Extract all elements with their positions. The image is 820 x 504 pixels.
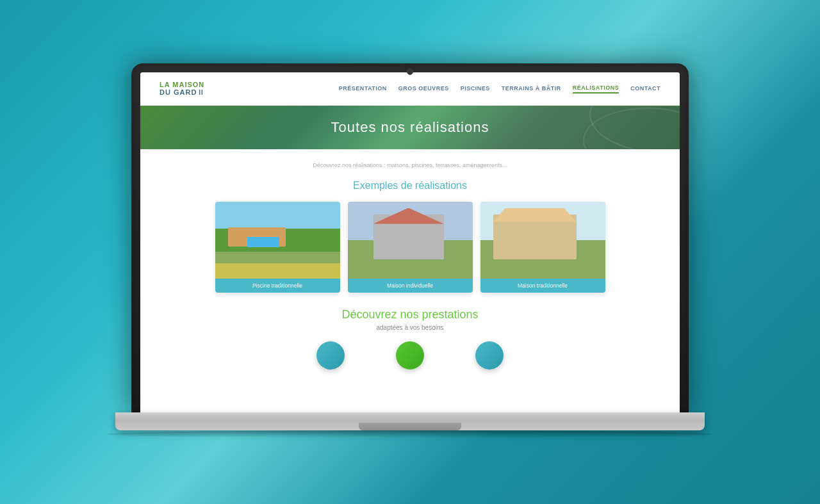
- prestations-title: Découvrez nos prestations: [166, 308, 654, 321]
- hero-banner: Toutes nos réalisations: [140, 106, 680, 149]
- screen-bezel: LA MAISON DU GARD II PRÉSENTATION GROS O…: [131, 63, 689, 412]
- circle-btn-3[interactable]: [475, 341, 504, 370]
- nav-gros-oeuvres[interactable]: GROS OEUVRES: [398, 84, 449, 93]
- nav-realisations[interactable]: RÉALISATIONS: [573, 83, 619, 93]
- laptop-mockup: LA MAISON DU GARD II PRÉSENTATION GROS O…: [131, 63, 689, 441]
- gallery-img-pool: [215, 202, 340, 279]
- circle-btn-1[interactable]: [316, 341, 345, 370]
- site-logo[interactable]: LA MAISON DU GARD II: [160, 81, 204, 96]
- laptop-shadow: [106, 430, 714, 438]
- circles-row: [166, 341, 654, 370]
- gallery-item-house1[interactable]: Maison individuelle: [348, 202, 473, 293]
- gallery-title: Exemples de réalisations: [166, 180, 654, 191]
- logo-line2: DU GARD II: [160, 88, 204, 96]
- main-content: Découvrez nos réalisations : maisons, pi…: [140, 149, 680, 412]
- site-nav: PRÉSENTATION GROS OEUVRES PISCINES TERRA…: [339, 83, 660, 93]
- gallery-img-house1: [348, 202, 473, 279]
- nav-piscines[interactable]: PISCINES: [461, 84, 490, 93]
- site-header: LA MAISON DU GARD II PRÉSENTATION GROS O…: [140, 72, 680, 106]
- gallery-img-house2: [480, 202, 605, 279]
- prestations-subtitle: adaptées à vos besoins: [166, 324, 654, 331]
- gallery: Piscine traditionnelle Maison individuel…: [166, 202, 654, 293]
- hero-title: Toutes nos réalisations: [331, 119, 489, 136]
- logo-line1: LA MAISON: [160, 81, 204, 88]
- gallery-item-house2[interactable]: Maison traditionnelle: [480, 202, 605, 293]
- logo-mark: II: [199, 89, 204, 96]
- gallery-caption-house2: Maison traditionnelle: [480, 279, 605, 293]
- laptop-base: [115, 412, 705, 430]
- gallery-item-pool[interactable]: Piscine traditionnelle: [215, 202, 340, 293]
- nav-terrains[interactable]: TERRAINS À BÂTIR: [502, 84, 561, 93]
- screen-content: LA MAISON DU GARD II PRÉSENTATION GROS O…: [140, 72, 680, 412]
- website: LA MAISON DU GARD II PRÉSENTATION GROS O…: [140, 72, 680, 412]
- nav-presentation[interactable]: PRÉSENTATION: [339, 84, 387, 93]
- gallery-caption-house1: Maison individuelle: [348, 279, 473, 293]
- gallery-caption-pool: Piscine traditionnelle: [215, 279, 340, 293]
- nav-contact[interactable]: CONTACT: [630, 84, 660, 93]
- circle-btn-2[interactable]: [396, 341, 424, 370]
- prestations-section: Découvrez nos prestations adaptées à vos…: [166, 308, 654, 331]
- subtitle-text: Découvrez nos réalisations : maisons, pi…: [166, 162, 654, 168]
